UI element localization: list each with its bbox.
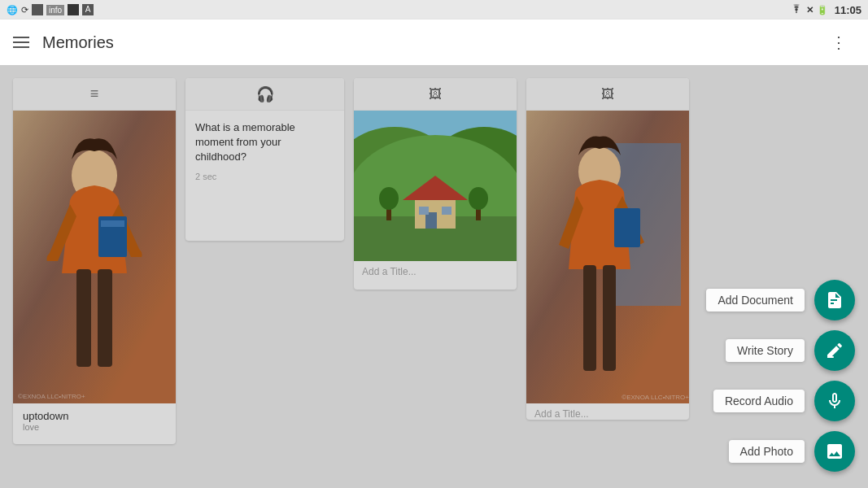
svg-text:©EXNOA LLC•NITRO+: ©EXNOA LLC•NITRO+	[622, 394, 689, 401]
app-bar: Memories ⋮	[0, 20, 868, 65]
record-audio-label: Record Audio	[713, 390, 805, 412]
card-photo-landscape: 🖼	[354, 78, 517, 290]
text-format-icon: ≡	[90, 85, 99, 102]
svg-rect-27	[827, 356, 834, 358]
app-icon-2	[68, 4, 79, 15]
app-icon-3: A	[82, 4, 94, 15]
svg-rect-5	[101, 220, 124, 227]
svg-rect-23	[583, 265, 596, 371]
svg-rect-2	[76, 269, 91, 367]
character-image-1: ©EXNOA LLC•NITRO+	[13, 111, 176, 403]
headphone-icon: 🎧	[256, 85, 274, 103]
card-story: ≡	[13, 78, 176, 444]
photo-icon	[825, 442, 844, 461]
microphone-icon	[825, 391, 844, 411]
card-3-header: 🖼	[354, 78, 517, 111]
app-bar-left: Memories	[13, 33, 114, 52]
image-icon-2: 🖼	[601, 87, 614, 102]
card-1-footer: uptodown love	[13, 403, 176, 435]
write-story-label: Write Story	[726, 339, 805, 362]
app-icon-1	[32, 4, 43, 15]
card-4-title-placeholder[interactable]: Add a Title...	[526, 403, 689, 420]
globe-icon: 🌐	[7, 5, 18, 15]
write-story-button[interactable]	[814, 330, 855, 371]
landscape-image	[354, 111, 517, 261]
card-4-header: 🖼	[526, 78, 689, 111]
fab-container: Add Document Write Story Record Audio	[706, 280, 855, 472]
wifi-icon	[790, 4, 803, 16]
signal-icon: ✕	[806, 5, 813, 15]
card-photo-character: 🖼	[526, 78, 689, 420]
card-1-title: uptodown	[23, 410, 166, 422]
app-text-icon: info	[46, 5, 64, 15]
more-options-icon: ⋮	[831, 33, 848, 51]
watermark-1: ©EXNOA LLC•NITRO+	[18, 393, 85, 400]
image-icon-1: 🖼	[429, 87, 442, 102]
battery-icon: 🔋	[817, 5, 828, 15]
svg-rect-14	[419, 207, 429, 215]
add-document-button[interactable]	[814, 280, 855, 320]
add-photo-label: Add Photo	[729, 440, 805, 463]
more-options-button[interactable]: ⋮	[824, 29, 855, 55]
status-left-icons: 🌐 ⟳ info A	[7, 4, 94, 15]
fab-write-story: Write Story	[726, 330, 855, 371]
svg-rect-25	[614, 208, 640, 247]
card-2-header: 🎧	[185, 78, 344, 111]
write-icon	[825, 341, 844, 360]
record-audio-button[interactable]	[814, 381, 855, 421]
fab-add-photo: Add Photo	[729, 431, 855, 472]
card-audio: 🎧 What is a memorable moment from your c…	[185, 78, 344, 241]
card-2-body: What is a memorable moment from your chi…	[185, 111, 344, 191]
card-3-title-placeholder[interactable]: Add a Title...	[354, 261, 517, 282]
card-1-image: ©EXNOA LLC•NITRO+	[13, 111, 176, 403]
svg-rect-24	[603, 265, 616, 371]
card-2-duration: 2 sec	[195, 172, 334, 181]
status-bar: 🌐 ⟳ info A ✕ 🔋 11:05	[0, 0, 868, 20]
app-title: Memories	[42, 33, 114, 52]
card-3-image	[354, 111, 517, 261]
status-right-icons: ✕ 🔋 11:05	[790, 4, 861, 16]
fab-add-document: Add Document	[706, 280, 855, 320]
svg-point-17	[379, 187, 399, 210]
card-4-image: ©EXNOA LLC•NITRO+	[526, 111, 689, 403]
add-document-label: Add Document	[706, 289, 805, 312]
card-2-question: What is a memorable moment from your chi…	[195, 120, 334, 165]
hamburger-menu-button[interactable]	[13, 37, 29, 48]
fab-record-audio: Record Audio	[713, 381, 855, 421]
main-content: ≡	[0, 65, 868, 488]
svg-rect-15	[442, 207, 451, 215]
add-photo-button[interactable]	[814, 431, 855, 472]
time-display: 11:05	[835, 4, 861, 16]
card-1-header: ≡	[13, 78, 176, 111]
refresh-icon: ⟳	[21, 5, 28, 15]
card-1-subtitle: love	[23, 422, 166, 432]
document-icon	[825, 290, 844, 310]
svg-point-19	[469, 187, 488, 210]
svg-rect-3	[98, 269, 112, 367]
